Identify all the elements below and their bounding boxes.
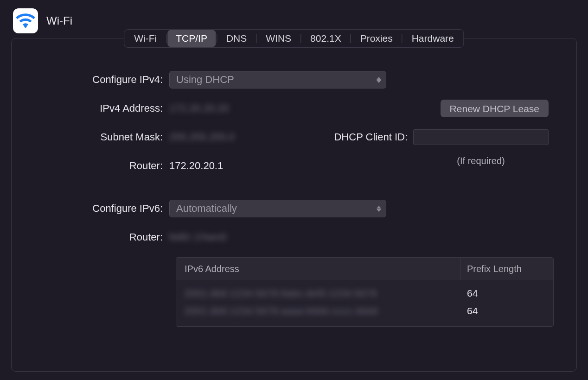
row-ipv6-router: Router: fe80::1%en0 [39, 228, 549, 246]
cell-prefix-length: 64 [460, 305, 553, 317]
chevron-up-down-icon [377, 206, 381, 212]
cell-ipv6-address: 2001:db8:1234:5678:aaaa:bbbb:cccc:dddd [185, 306, 378, 316]
hint-dhcp-client-id: (If required) [413, 156, 549, 166]
wifi-icon [13, 8, 38, 33]
tab-separator [217, 34, 217, 43]
cell-prefix-length: 64 [460, 288, 553, 299]
page-title: Wi-Fi [46, 14, 72, 27]
row-subnet-mask: Subnet Mask: 255.255.255.0 DHCP Client I… [39, 128, 549, 146]
select-configure-ipv6[interactable]: Automatically [169, 200, 386, 217]
tab-8021x[interactable]: 802.1X [302, 30, 350, 47]
select-value: Automatically [176, 203, 237, 215]
table-row[interactable]: 2001:db8:1234:5678:aaaa:bbbb:cccc:dddd 6… [176, 302, 553, 320]
tab-tcpip[interactable]: TCP/IP [167, 30, 216, 47]
input-dhcp-client-id[interactable] [413, 129, 549, 145]
tab-dns[interactable]: DNS [218, 30, 255, 47]
table-header: IPv6 Address Prefix Length [176, 258, 553, 280]
tab-wins[interactable]: WINS [257, 30, 300, 47]
panel-content: Configure IPv4: Using DHCP IPv4 Address:… [12, 38, 576, 341]
tab-wifi[interactable]: Wi-Fi [126, 30, 165, 47]
value-ipv4-address: 172.20.20.20 [169, 102, 229, 114]
label-ipv4-address: IPv4 Address: [39, 102, 169, 114]
tab-separator [256, 34, 256, 43]
renew-dhcp-button[interactable]: Renew DHCP Lease [441, 100, 549, 117]
label-ipv6-router: Router: [39, 231, 169, 243]
table-body: 2001:db8:1234:5678:9abc:def0:1234:5678 6… [176, 280, 553, 326]
row-ipv4-address: IPv4 Address: 172.20.20.20 Renew DHCP Le… [39, 100, 549, 117]
label-dhcp-client-id: DHCP Client ID: [334, 131, 408, 143]
column-header-prefix[interactable]: Prefix Length [460, 258, 553, 280]
tab-separator [166, 34, 166, 43]
label-configure-ipv4: Configure IPv4: [39, 74, 169, 86]
label-subnet-mask: Subnet Mask: [39, 131, 169, 143]
cell-ipv6-address: 2001:db8:1234:5678:9abc:def0:1234:5678 [185, 288, 377, 298]
label-configure-ipv6: Configure IPv6: [39, 203, 169, 215]
value-ipv6-router: fe80::1%en0 [169, 231, 227, 243]
tab-separator [402, 34, 403, 43]
label-ipv4-router: Router: [39, 160, 169, 172]
select-configure-ipv4[interactable]: Using DHCP [169, 71, 386, 89]
tab-hardware[interactable]: Hardware [403, 30, 462, 47]
select-value: Using DHCP [176, 74, 234, 86]
column-header-address[interactable]: IPv6 Address [176, 258, 460, 280]
value-ipv4-router: 172.20.20.1 [169, 160, 223, 172]
row-configure-ipv4: Configure IPv4: Using DHCP [39, 71, 549, 89]
chevron-up-down-icon [377, 77, 381, 83]
table-row[interactable]: 2001:db8:1234:5678:9abc:def0:1234:5678 6… [176, 285, 553, 302]
tab-proxies[interactable]: Proxies [352, 30, 401, 47]
row-ipv4-router: Router: 172.20.20.1 (If required) [39, 157, 549, 175]
tab-separator [351, 34, 351, 43]
tab-separator [300, 34, 301, 43]
tabs-bar: Wi-Fi TCP/IP DNS WINS 802.1X Proxies Har… [124, 29, 464, 48]
ipv6-address-table: IPv6 Address Prefix Length 2001:db8:1234… [176, 257, 554, 327]
value-subnet-mask: 255.255.255.0 [169, 131, 235, 143]
settings-panel: Wi-Fi TCP/IP DNS WINS 802.1X Proxies Har… [11, 38, 577, 372]
row-configure-ipv6: Configure IPv6: Automatically [39, 200, 549, 217]
